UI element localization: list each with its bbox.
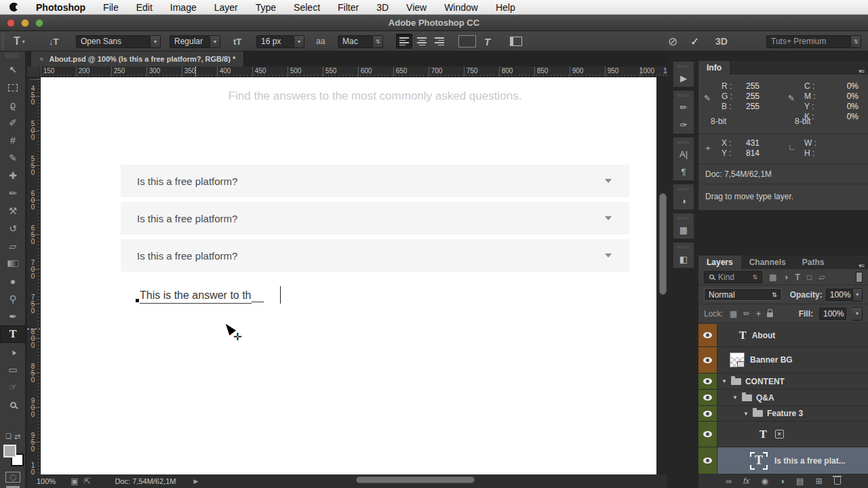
align-right-button[interactable] [431,34,448,49]
tool-preset-arrow-icon[interactable]: ▾ [22,39,25,45]
path-selection-tool[interactable]: ▲ [0,343,26,361]
font-size-arrow[interactable]: ▾ [294,35,304,48]
filter-smart-object-icon[interactable]: ▱ [818,272,825,282]
history-brush-tool[interactable]: ↺ [0,220,26,237]
layer-row-banner-bg[interactable]: Banner BG [698,347,868,373]
healing-brush-tool[interactable]: ✚ [0,167,26,184]
menu-type[interactable]: Type [256,2,276,13]
filter-type-icon[interactable]: T [795,272,800,282]
menu-window[interactable]: Window [444,2,478,13]
layer-group-content[interactable]: ▼ CONTENT [698,373,868,390]
dock-grip[interactable] [677,94,690,97]
layer-row-text[interactable]: T ✕ [698,422,868,447]
menu-filter[interactable]: Filter [338,2,359,13]
antialias-arrow[interactable]: ⇅ [373,35,383,48]
dodge-tool[interactable]: ⚲ [0,290,26,308]
dock-grip[interactable] [677,141,690,144]
antialias-select[interactable]: Mac [338,35,373,48]
lock-position-icon[interactable]: + [756,309,761,319]
dock-grip[interactable] [677,217,690,220]
workspace-select[interactable]: Tuts+ Premium [766,35,851,48]
quick-selection-tool[interactable]: ✐ [0,114,26,131]
minimize-window-button[interactable] [21,19,29,27]
menu-view[interactable]: View [406,2,427,13]
status-icon-1[interactable]: ▣ [71,476,78,486]
toggle-panels-icon[interactable] [510,37,522,46]
blur-tool[interactable]: ● [0,272,26,290]
new-group-icon[interactable]: ▤ [796,476,804,486]
eye-cell[interactable] [698,324,717,346]
expand-triangle-icon[interactable]: ▼ [732,394,738,401]
expand-triangle-icon[interactable]: ▼ [722,378,727,384]
type-tool[interactable]: T [0,325,26,343]
swap-colors-icon[interactable]: ⇄ [14,432,20,441]
3d-panel-icon[interactable]: ◧ [673,250,694,268]
color-table-panel-icon[interactable]: ▦ [673,221,694,239]
lock-pixels-icon[interactable]: ✏ [743,309,750,319]
dock-grip[interactable] [677,188,690,190]
tab-info[interactable]: Info [698,61,730,75]
filter-pixel-icon[interactable]: ▦ [769,272,776,282]
vertical-ruler[interactable]: 450 500 550 600 650 700 750 800 850 900 … [27,77,41,474]
font-style-arrow[interactable]: ▾ [210,35,220,48]
add-layer-mask-icon[interactable]: ◉ [761,476,768,486]
dock-grip[interactable] [677,65,690,68]
eye-cell[interactable] [698,422,717,447]
gradient-tool[interactable] [0,255,26,272]
new-adjustment-layer-icon[interactable]: ◑ [780,476,785,486]
fill-field[interactable]: 100% [819,308,846,320]
horizontal-ruler[interactable]: 150 200 250 300 350 400 450 500 550 600 … [27,66,667,77]
opacity-arrow[interactable]: ▾ [853,288,863,302]
menu-layer[interactable]: Layer [214,2,238,13]
font-family-select[interactable]: Open Sans [76,35,151,48]
status-menu-arrow-icon[interactable]: ▶ [193,478,198,485]
dock-grip[interactable] [677,246,690,249]
hand-tool[interactable]: ☞ [0,378,26,396]
text-orientation-icon[interactable]: ↓T [49,37,58,47]
export-icon[interactable]: ⇱ [83,476,90,486]
menu-file[interactable]: File [103,2,119,13]
options-grip[interactable] [1,33,4,50]
link-layers-icon[interactable]: ∞ [726,476,732,486]
filter-kind-select[interactable]: Kind ⇅ [704,271,762,283]
eraser-tool[interactable]: ▱ [0,237,26,255]
close-window-button[interactable] [7,19,15,27]
commit-edits-icon[interactable]: ✓ [690,35,699,48]
filter-toggle[interactable] [856,272,863,283]
zoom-tool[interactable] [0,396,26,413]
delete-layer-icon[interactable] [834,478,841,485]
paragraph-panel-icon[interactable]: ¶ [673,163,694,180]
lock-transparency-icon[interactable]: ▦ [730,309,737,319]
font-style-select[interactable]: Regular [170,35,210,48]
adjustments-panel-icon[interactable]: ◑ [673,192,694,209]
zoom-window-button[interactable] [35,19,43,27]
align-left-button[interactable] [396,34,412,49]
layer-group-feature-3[interactable]: ▼ Feature 3 [698,406,868,422]
tab-layers[interactable]: Layers [698,256,741,269]
panel-menu-icon[interactable]: ▾≡ [859,260,868,269]
eye-cell[interactable] [698,406,717,421]
brush-presets-panel-icon[interactable]: ✑ [673,116,694,134]
eye-cell[interactable] [698,373,717,389]
clone-stamp-tool[interactable]: ⚒ [0,202,26,220]
apple-icon[interactable] [9,3,18,12]
quick-mask-button[interactable] [5,472,20,483]
brush-tool[interactable]: ✏ [0,184,26,202]
character-panel-icon[interactable]: A| [673,145,694,163]
layer-row-is-this-a-free-plat[interactable]: T Is this a free plat... [698,447,868,474]
crop-tool[interactable]: # [0,131,26,149]
fill-arrow[interactable]: ▾ [852,307,863,321]
menu-image[interactable]: Image [170,2,197,13]
opacity-field[interactable]: 100% [826,289,853,301]
eye-cell[interactable] [698,347,717,373]
align-center-button[interactable] [414,34,430,49]
layer-effects-icon[interactable]: fx [743,476,749,486]
tab-channels[interactable]: Channels [741,256,794,269]
menu-select[interactable]: Select [294,2,320,13]
eye-cell[interactable] [698,447,717,474]
layer-group-qa[interactable]: ▼ Q&A [698,390,868,406]
menu-help[interactable]: Help [496,2,515,13]
ruler-corner[interactable] [27,66,41,77]
font-size-select[interactable]: 16 px [256,35,294,48]
blend-mode-select[interactable]: Normal ⇅ [704,288,782,301]
